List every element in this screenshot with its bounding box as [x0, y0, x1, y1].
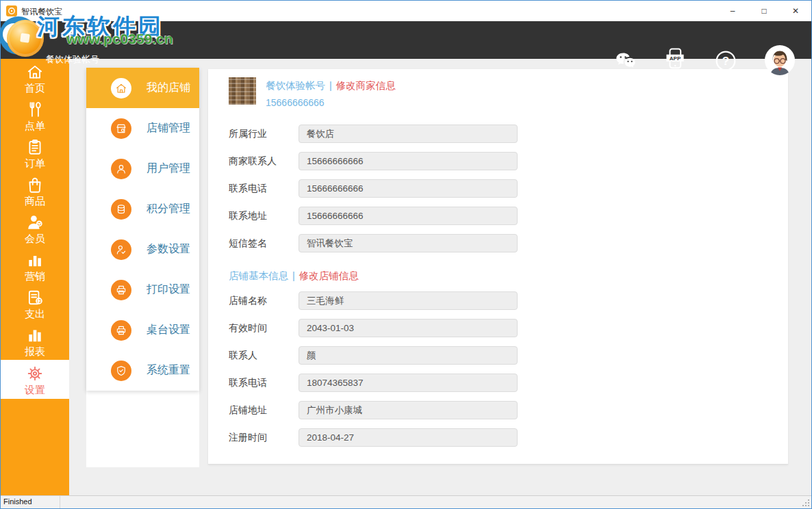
svg-text:?: ?	[722, 55, 729, 68]
app-logo	[7, 20, 44, 57]
field-row: 短信签名 智讯餐饮宝	[229, 234, 788, 252]
field-row: 联系电话 18074365837	[229, 374, 788, 392]
gear-icon	[26, 365, 44, 382]
avatar[interactable]	[765, 45, 795, 75]
bar-chart-icon	[26, 251, 44, 269]
valid-until-field: 2043-01-03	[299, 319, 518, 337]
menu-item-user-management[interactable]: 用户管理	[86, 148, 199, 189]
menu-item-table-settings[interactable]: 桌台设置	[86, 310, 199, 350]
merchant-address-field: 15666666666	[299, 207, 518, 225]
field-row: 注册时间 2018-04-27	[229, 428, 788, 447]
field-row: 联系电话 15666666666	[229, 179, 788, 198]
title-bar: 智讯餐饮宝 – □ ✕	[1, 1, 811, 21]
field-row: 商家联系人 15666666666	[229, 152, 788, 170]
primary-sidebar: 首页 点单 订单 商品	[1, 59, 69, 496]
field-row: 店铺地址 广州市小康城	[229, 401, 788, 419]
merchant-contact-field: 15666666666	[299, 152, 518, 170]
app-titlebar-icon	[6, 5, 17, 16]
user-icon	[111, 159, 131, 179]
status-text: Finished	[3, 497, 32, 506]
menu-item-points-management[interactable]: 积分管理	[86, 189, 199, 229]
menu-item-print-settings[interactable]: 打印设置	[86, 270, 199, 310]
shopping-bag-icon	[26, 176, 44, 194]
app-window: 智讯餐饮宝 – □ ✕ 餐饮体验帐号 APP ?	[0, 0, 812, 509]
menu-item-my-shop[interactable]: 我的店铺	[86, 68, 199, 108]
clipboard-icon	[26, 138, 44, 156]
home-icon	[111, 78, 131, 99]
menu-item-parameter-settings[interactable]: 参数设置	[86, 229, 199, 270]
edit-shop-info-link[interactable]: 修改店铺信息	[299, 270, 359, 281]
account-name-label: 餐饮体验帐号	[46, 53, 99, 66]
menu-item-shop-management[interactable]: 店铺管理	[86, 108, 199, 148]
shop-info-panel: 餐饮体验帐号|修改商家信息 15666666666 所属行业 餐饮店 商家联系人…	[208, 69, 788, 465]
edit-merchant-info-link[interactable]: 修改商家信息	[336, 80, 396, 91]
sms-signature-field: 智讯餐饮宝	[299, 234, 518, 252]
store-icon	[111, 118, 131, 139]
sidebar-item-members[interactable]: 会员	[1, 209, 69, 247]
merchant-phone-field: 15666666666	[299, 179, 518, 198]
register-date-field: 2018-04-27	[299, 428, 518, 447]
app-download-icon[interactable]: APP	[663, 47, 687, 70]
report-icon	[26, 326, 44, 344]
field-row: 所属行业 餐饮店	[229, 125, 788, 143]
sidebar-item-marketing[interactable]: 营销	[1, 247, 69, 285]
printer-icon	[111, 280, 131, 300]
user-check-icon	[111, 239, 131, 260]
field-row: 店铺名称 三毛海鲜	[229, 291, 788, 310]
contact-person-field: 颜	[299, 346, 518, 365]
points-icon	[111, 199, 131, 220]
contact-phone-field: 18074365837	[299, 374, 518, 392]
shield-check-icon	[111, 361, 131, 381]
expense-icon	[26, 289, 44, 306]
status-bar: Finished	[1, 495, 811, 508]
settings-menu-panel: 我的店铺 店铺管理 用户管理	[86, 68, 199, 467]
utensils-icon	[26, 101, 44, 118]
shop-basic-info-title: 店铺基本信息	[229, 270, 288, 281]
merchant-phone: 15666666666	[266, 97, 396, 108]
menu-item-system-reset[interactable]: 系统重置	[86, 350, 199, 391]
industry-field: 餐饮店	[299, 125, 518, 143]
sidebar-item-order[interactable]: 点单	[1, 96, 69, 134]
merchant-account-name: 餐饮体验帐号	[266, 80, 325, 91]
app-header: 餐饮体验帐号 APP ?	[1, 21, 811, 59]
minimize-button[interactable]: –	[717, 1, 748, 21]
field-row: 有效时间 2043-01-03	[229, 319, 788, 337]
maximize-button[interactable]: □	[748, 1, 780, 21]
field-row: 联系人 颜	[229, 346, 788, 365]
field-row: 联系地址 15666666666	[229, 207, 788, 225]
shop-name-field: 三毛海鲜	[299, 291, 518, 310]
status-separator	[60, 496, 60, 508]
close-button[interactable]: ✕	[780, 1, 811, 21]
svg-text:APP: APP	[670, 55, 681, 62]
sidebar-item-settings[interactable]: 设置	[1, 360, 69, 399]
resize-grip-icon[interactable]	[802, 499, 810, 507]
help-icon[interactable]: ?	[714, 49, 737, 73]
shop-address-field: 广州市小康城	[299, 401, 518, 419]
sidebar-item-reports[interactable]: 报表	[1, 322, 69, 360]
home-icon	[26, 63, 44, 81]
shop-photo-thumbnail	[229, 77, 256, 105]
printer-icon	[111, 320, 131, 341]
member-icon	[26, 213, 44, 231]
sidebar-item-products[interactable]: 商品	[1, 172, 69, 209]
sidebar-item-expenses[interactable]: 支出	[1, 285, 69, 322]
sidebar-item-orders[interactable]: 订单	[1, 134, 69, 172]
wechat-icon[interactable]	[614, 49, 637, 73]
